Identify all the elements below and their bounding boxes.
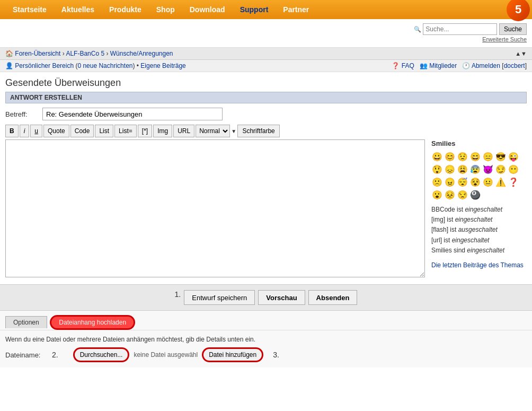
faq-link[interactable]: FAQ — [402, 62, 414, 69]
font-color-button[interactable]: Schriftfarbe — [237, 125, 280, 137]
quote-button[interactable]: Quote — [43, 125, 69, 137]
nav-item-download[interactable]: Download — [182, 5, 233, 14]
underline-button[interactable]: u — [30, 125, 42, 137]
send-button[interactable]: Absenden — [308, 290, 358, 305]
smiley-icon[interactable]: 😮 — [431, 189, 443, 200]
smilies-status: Smilies sind eingeschaltet — [431, 246, 527, 256]
members-icon: 👥 — [420, 62, 428, 69]
breadcrumb-alfbanco[interactable]: ALF-BanCo 5 — [66, 50, 104, 57]
last-posts-link[interactable]: Die letzten Beiträge des Themas — [431, 261, 524, 269]
breadcrumb-wuensche[interactable]: Wünsche/Anregungen — [110, 50, 173, 57]
text-editor — [5, 139, 425, 279]
top-navigation: StartseiteAktuellesProdukteShopDownloadS… — [0, 0, 532, 19]
user-bar: 👤 Persönlicher Bereich (0 neue Nachricht… — [0, 60, 532, 72]
smiley-icon[interactable]: 😀 — [431, 151, 443, 162]
save-draft-button[interactable]: Entwurf speichern — [184, 290, 255, 305]
action-buttons: 1. Entwurf speichern Vorschau Absenden — [0, 284, 532, 311]
search-area: 🔍 Suche Erweiterte Suche — [0, 19, 532, 48]
smiley-icon[interactable]: 😵 — [469, 176, 481, 188]
user-info: 👤 Persönlicher Bereich (0 neue Nachricht… — [5, 62, 186, 69]
page-title-area: Gesendete Überweisungen — [0, 72, 532, 92]
browse-button[interactable]: Durchsuchen... — [73, 347, 130, 362]
bbcode-info: BBCode ist eingeschaltet [img] ist einge… — [431, 205, 527, 256]
nav-item-aktuelles[interactable]: Aktuelles — [54, 5, 102, 14]
smiley-icon[interactable]: 👿 — [482, 163, 494, 175]
smiley-icon[interactable]: 😑 — [482, 151, 494, 162]
smiley-icon[interactable]: 😰 — [469, 163, 481, 175]
smilies-grid: 😀😊😟😄😑😎😜😲😞😩😰👿😏😶🙁😠😴😵😐⚠️❓😮😣😒🎱 — [431, 151, 527, 200]
user-actions: ❓ FAQ 👥 Mitglieder 🕐 Abmelden [docbert] — [392, 62, 527, 69]
smiley-icon[interactable]: 😊 — [444, 151, 456, 162]
smiley-icon[interactable]: 😒 — [457, 189, 468, 200]
smiley-icon[interactable]: 😣 — [444, 189, 456, 200]
nav-item-support[interactable]: Support — [233, 5, 276, 14]
url-button[interactable]: URL — [173, 125, 194, 137]
dropdown-arrow-icon: ▼ — [231, 128, 236, 134]
logo: 5 — [507, 0, 530, 21]
step-3-label: 3. — [273, 351, 279, 359]
attachment-area: Wenn du eine Datei oder mehrere Dateien … — [0, 330, 532, 368]
breadcrumb-foren[interactable]: Foren-Übersicht — [15, 50, 60, 57]
smiley-icon[interactable]: 😟 — [457, 151, 468, 162]
subject-label: Betreff: — [5, 110, 42, 118]
smiley-icon[interactable]: 😩 — [457, 163, 468, 175]
nav-item-produkte[interactable]: Produkte — [102, 5, 149, 14]
message-textarea[interactable] — [5, 139, 425, 277]
nav-item-partner[interactable]: Partner — [276, 5, 316, 14]
toolbar: B i u Quote Code List List= [*] Img URL … — [5, 125, 527, 137]
personal-area-link[interactable]: Persönlicher Bereich — [15, 62, 74, 69]
no-file-text: keine Datei ausgewähl — [134, 351, 198, 358]
username-link[interactable]: docbert — [504, 62, 525, 69]
members-link[interactable]: Mitglieder — [429, 62, 457, 69]
new-messages-link[interactable]: 0 neue Nachrichten — [77, 62, 132, 69]
smiley-icon[interactable]: ⚠️ — [495, 176, 507, 188]
code-button[interactable]: Code — [70, 125, 94, 137]
smiley-icon[interactable]: ❓ — [508, 176, 519, 188]
tab-dateianhang[interactable]: Dateianhang hochladen — [50, 315, 135, 330]
file-row: Dateiname: 2. Durchsuchen... keine Datei… — [5, 347, 527, 362]
step-1-label: 1. — [175, 290, 181, 305]
italic-button[interactable]: i — [20, 125, 30, 137]
font-size-select[interactable]: Normal — [196, 125, 230, 137]
nav-item-startseite[interactable]: Startseite — [5, 5, 54, 14]
advanced-search-link[interactable]: Erweiterte Suche — [482, 36, 527, 42]
resize-icons[interactable]: ▲▼ — [515, 50, 527, 57]
smiley-icon[interactable]: 🎱 — [469, 189, 481, 200]
smiley-icon[interactable]: 🙁 — [431, 176, 443, 188]
list-button[interactable]: List — [95, 125, 113, 137]
smiley-icon[interactable]: 😏 — [495, 163, 507, 175]
add-file-button[interactable]: Datei hinzufügen — [202, 347, 263, 362]
file-label: Dateiname: — [5, 351, 48, 359]
own-posts-link[interactable]: Eigene Beiträge — [140, 62, 185, 69]
img-button[interactable]: Img — [153, 125, 172, 137]
img-status: [img] ist eingeschaltet — [431, 215, 527, 225]
smiley-icon[interactable]: 😶 — [508, 163, 519, 175]
flash-status: [flash] ist ausgeschaltet — [431, 225, 527, 235]
search-button[interactable]: Suche — [499, 23, 527, 35]
smiley-icon[interactable]: 😞 — [444, 163, 456, 175]
tabs-area: Optionen Dateianhang hochladen — [0, 311, 532, 330]
logout-link[interactable]: Abmelden — [472, 62, 500, 69]
smiley-icon[interactable]: 😠 — [444, 176, 456, 188]
tab-optionen[interactable]: Optionen — [5, 316, 47, 328]
smiley-icon[interactable]: 😎 — [495, 151, 507, 162]
smilies-title: Smilies — [431, 139, 527, 147]
search-input[interactable] — [423, 23, 497, 35]
search-icon: 🔍 — [414, 26, 421, 32]
subject-input[interactable] — [42, 108, 223, 120]
smilies-panel: Smilies 😀😊😟😄😑😎😜😲😞😩😰👿😏😶🙁😠😴😵😐⚠️❓😮😣😒🎱 BBCod… — [431, 139, 527, 279]
reply-section: ANTWORT ERSTELLEN Betreff: B i u Quote C… — [0, 92, 532, 279]
smiley-icon[interactable]: 😜 — [508, 151, 519, 162]
smiley-icon[interactable]: 😲 — [431, 163, 443, 175]
smiley-icon[interactable]: 😄 — [469, 151, 481, 162]
subject-row: Betreff: — [5, 108, 527, 120]
bold-button[interactable]: B — [5, 125, 19, 137]
list-eq-button[interactable]: List= — [114, 125, 137, 137]
url-status: [url] ist eingeschaltet — [431, 235, 527, 246]
preview-button[interactable]: Vorschau — [258, 290, 305, 305]
star-button[interactable]: [*] — [138, 125, 152, 137]
smiley-icon[interactable]: 😐 — [482, 176, 494, 188]
nav-item-shop[interactable]: Shop — [149, 5, 182, 14]
smiley-icon[interactable]: 😴 — [457, 176, 468, 188]
home-icon: 🏠 — [5, 50, 13, 57]
